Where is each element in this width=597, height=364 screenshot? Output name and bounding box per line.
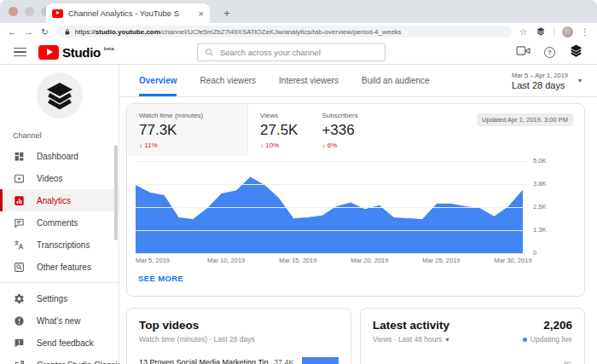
chevron-down-icon: ▾ [446, 336, 449, 344]
dashboard-icon [13, 150, 25, 162]
metric-label: Subscribers [322, 112, 357, 119]
analytics-main: Overview Reach viewers Interest viewers … [119, 65, 597, 364]
address-bar[interactable]: https://studio.youtube.com/channel/UCfe5… [56, 26, 512, 38]
sidebar-divider [0, 282, 119, 283]
create-video-icon[interactable] [516, 44, 530, 60]
sidebar-item-comments[interactable]: Comments [0, 211, 119, 234]
tab-close-icon[interactable]: × [199, 9, 204, 19]
navbar-actions: ☆ ⋮ [519, 26, 589, 38]
metric-watch-time[interactable]: Watch time (minutes) 77.3K ↓ 11% [127, 104, 248, 156]
sidebar-item-label: Transcriptions [37, 240, 90, 250]
metric-delta: ↓ 10% [260, 142, 298, 149]
settings-gear-icon [13, 292, 25, 304]
sidebar-item-send-feedback[interactable]: Send feedback [0, 332, 119, 354]
chart-plot-area: 01.3K2.5K3.8K5.0K [136, 161, 576, 253]
channel-avatar[interactable] [37, 72, 83, 118]
sidebar-item-label: Analytics [37, 196, 71, 205]
sidebar-item-transcriptions[interactable]: Transcriptions [0, 234, 119, 256]
filter-label: Views · Last 48 hours [373, 335, 443, 344]
sidebar-item-whats-new[interactable]: What's new [0, 309, 119, 332]
browser-nav-bar: ← → ↻ https://studio.youtube.com/channel… [0, 23, 597, 40]
tab-reach-viewers[interactable]: Reach viewers [200, 65, 256, 96]
search-input[interactable] [220, 48, 378, 57]
creator-studio-classic-icon [13, 359, 25, 364]
chart-gridline [136, 184, 526, 185]
chart-x-tick: Mar 25, 2019 [422, 257, 460, 264]
sidebar-item-creator-studio-classic[interactable]: Creator Studio Classic [0, 354, 119, 364]
header-actions: ? [516, 43, 583, 61]
lock-icon [64, 28, 71, 36]
bookmark-star-icon[interactable]: ☆ [519, 27, 527, 37]
chart-gridline [136, 230, 526, 231]
window-minimize-button[interactable] [25, 7, 34, 16]
tab-overview[interactable]: Overview [139, 65, 177, 96]
metric-value: 27.5K [260, 122, 298, 139]
video-bar-track [302, 357, 339, 364]
help-icon[interactable]: ? [544, 47, 555, 58]
updating-live-status: Updating live [523, 335, 572, 344]
brand-name: Studio [62, 45, 101, 60]
youtube-play-icon [38, 45, 59, 60]
sidebar-scrollbar[interactable] [114, 145, 118, 240]
chart-x-tick: Mar 20, 2019 [351, 257, 388, 264]
metric-delta: ↓ 6% [322, 142, 357, 149]
summary-cards-row: Top videos Watch time (minutes) · Last 2… [126, 308, 585, 364]
reload-icon[interactable]: ↻ [41, 27, 49, 37]
chart-x-tick: Mar 10, 2019 [207, 257, 245, 264]
card-title: Latest activity [373, 319, 449, 332]
send-feedback-icon [13, 337, 25, 349]
chart-y-tick: 3.8K [533, 180, 546, 188]
video-bar [302, 357, 339, 364]
latest-activity-chart: 90 [373, 357, 572, 364]
studio-logo[interactable]: Studio beta [38, 45, 114, 60]
browser-tab-strip: Channel Analytics - YouTube S × + [0, 0, 597, 23]
live-label: Updating live [530, 335, 572, 344]
youtube-favicon-icon [52, 9, 63, 18]
browser-menu-icon[interactable]: ⋮ [581, 27, 590, 37]
sidebar-item-analytics[interactable]: Analytics [0, 189, 119, 211]
sidebar-item-label: Settings [37, 294, 67, 303]
channel-section-label: Channel [13, 131, 119, 140]
browser-profile-avatar[interactable] [562, 26, 573, 38]
browser-tab[interactable]: Channel Analytics - YouTube S × [46, 3, 210, 23]
tab-interest-viewers[interactable]: Interest viewers [279, 65, 339, 96]
metric-subscribers[interactable]: Subscribers +336 ↓ 6% [310, 104, 369, 156]
beta-label: beta [104, 46, 114, 51]
window-controls [9, 7, 50, 16]
channel-search[interactable] [197, 43, 385, 61]
sidebar-item-other-features[interactable]: Other features [0, 256, 119, 278]
sidebar-item-label: Comments [37, 218, 78, 228]
latest-activity-filter[interactable]: Views · Last 48 hours ▾ [373, 335, 449, 344]
metric-label: Views [260, 112, 298, 119]
window-close-button[interactable] [9, 7, 18, 16]
sidebar-item-dashboard[interactable]: Dashboard [0, 145, 119, 167]
chart-x-tick: Mar 30, 2019 [494, 257, 531, 264]
sidebar-item-videos[interactable]: Videos [0, 167, 119, 189]
sidebar-item-label: Videos [37, 174, 62, 183]
forward-icon[interactable]: → [25, 27, 34, 37]
tab-build-an-audience[interactable]: Build an audience [362, 65, 430, 96]
top-video-row[interactable]: 13 Proven Social Media Marketing Tips f.… [139, 357, 339, 364]
date-range-picker[interactable]: Mar 5 – Apr 1, 2019 Last 28 days ▾ [512, 65, 582, 96]
latest-activity-value: 2,206 [543, 319, 572, 332]
channel-avatar-icon[interactable] [569, 43, 583, 61]
date-range-text: Mar 5 – Apr 1, 2019 [512, 72, 568, 79]
card-title: Top videos [139, 319, 339, 332]
video-title: 13 Proven Social Media Marketing Tips f.… [139, 358, 269, 364]
chart-y-tick: 2.5K [533, 203, 546, 211]
chart-y-tick: 5.0K [533, 157, 546, 165]
chevron-down-icon: ▾ [578, 77, 582, 84]
url-domain: studio.youtube.com [96, 28, 160, 36]
see-more-link[interactable]: SEE MORE [127, 266, 584, 296]
top-videos-card: Top videos Watch time (minutes) · Last 2… [126, 308, 351, 364]
back-icon[interactable]: ← [8, 27, 17, 37]
watch-time-chart: 01.3K2.5K3.8K5.0K Mar 5, 2019Mar 10, 201… [136, 161, 576, 266]
extension-layers-icon[interactable] [536, 26, 546, 37]
metric-views[interactable]: Views 27.5K ↓ 10% [248, 104, 310, 156]
studio-header: Studio beta ? [0, 40, 597, 65]
sidebar-item-label: What's new [37, 316, 80, 326]
sidebar-item-settings[interactable]: Settings [0, 287, 119, 309]
live-dot-icon [523, 338, 527, 342]
new-tab-button[interactable]: + [220, 7, 234, 20]
hamburger-menu-icon[interactable] [14, 48, 26, 57]
